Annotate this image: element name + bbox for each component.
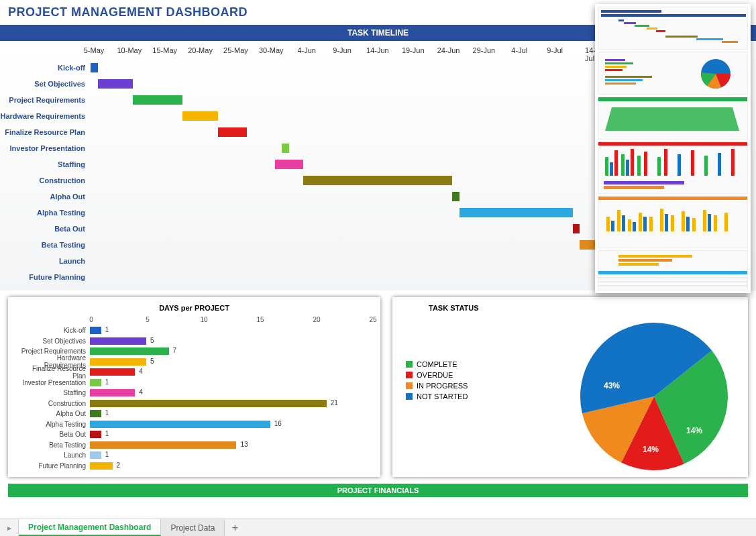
- svg-rect-24: [621, 154, 625, 176]
- svg-rect-0: [601, 10, 661, 13]
- gantt-task-label: Beta Testing: [0, 241, 91, 249]
- svg-rect-37: [604, 186, 664, 189]
- svg-rect-39: [606, 217, 610, 231]
- days-bar: 4: [90, 368, 135, 376]
- gantt-task-label: Kick-off: [0, 64, 91, 72]
- svg-rect-33: [704, 156, 708, 176]
- svg-rect-30: [664, 149, 667, 176]
- thumbnail[interactable]: [598, 142, 748, 194]
- gantt-task-label: Finalize Resource Plan: [0, 128, 91, 136]
- gantt-bar: [91, 63, 98, 72]
- svg-rect-59: [618, 259, 672, 262]
- gantt-task-label: Alpha Testing: [0, 209, 91, 217]
- thumbnail[interactable]: [598, 52, 748, 95]
- svg-rect-56: [686, 217, 690, 231]
- days-value: 1: [105, 409, 109, 417]
- tab-dashboard[interactable]: Project Management Dashboard: [19, 519, 161, 536]
- days-value: 13: [240, 441, 248, 448]
- thumbnail[interactable]: [598, 97, 748, 140]
- days-label: Staffing: [17, 389, 90, 396]
- days-row: Launch1: [17, 450, 371, 461]
- svg-rect-38: [598, 197, 747, 200]
- gantt-bar: [133, 95, 182, 105]
- svg-rect-50: [724, 213, 728, 231]
- days-value: 4: [139, 368, 143, 375]
- preview-thumbnail-panel[interactable]: [595, 4, 751, 293]
- days-value: 5: [150, 337, 154, 344]
- gantt-task-label: Project Requirements: [0, 96, 91, 104]
- gantt-task-label: Alpha Out: [0, 193, 91, 201]
- svg-rect-40: [617, 210, 620, 231]
- days-value: 7: [173, 347, 177, 354]
- days-rows: Kick-off1Set Objectives5Project Requirem…: [17, 325, 371, 471]
- days-value: 5: [150, 358, 154, 365]
- gantt-bar: [303, 176, 452, 185]
- svg-rect-12: [605, 66, 627, 68]
- days-value: 21: [331, 399, 338, 407]
- svg-rect-1: [601, 14, 746, 17]
- gantt-x-axis: 5-May10-May15-May20-May25-May30-May4-Jun…: [94, 46, 590, 60]
- gantt-bar: [182, 111, 218, 121]
- svg-rect-46: [682, 211, 685, 231]
- svg-rect-10: [605, 59, 625, 61]
- svg-rect-60: [618, 263, 659, 266]
- days-row: Investor Presentation1: [17, 378, 371, 388]
- thumbnail[interactable]: [598, 7, 748, 50]
- days-label: Alpha Testing: [17, 421, 90, 428]
- gantt-task-label: Construction: [0, 176, 91, 184]
- tab-scroll-icon[interactable]: ▸: [0, 519, 19, 536]
- tab-project-data[interactable]: Project Data: [161, 519, 225, 536]
- add-sheet-button[interactable]: +: [225, 519, 245, 536]
- svg-rect-27: [637, 156, 641, 176]
- thumbnail[interactable]: [598, 196, 748, 248]
- days-value: 1: [105, 326, 109, 333]
- days-per-project-card: DAYS per PROJECT 0510152025 Kick-off1Set…: [8, 297, 380, 477]
- svg-rect-31: [678, 154, 681, 176]
- days-label: Beta Out: [17, 431, 90, 438]
- svg-rect-22: [610, 162, 613, 176]
- days-bar: 1: [90, 451, 101, 459]
- svg-rect-45: [671, 215, 674, 231]
- days-value: 4: [139, 388, 143, 396]
- days-row: Staffing4: [17, 388, 371, 398]
- gantt-bar: [98, 79, 133, 89]
- svg-rect-57: [708, 214, 711, 231]
- svg-rect-15: [605, 79, 643, 81]
- svg-rect-26: [631, 149, 634, 176]
- gantt-bar: [452, 192, 460, 201]
- svg-rect-7: [665, 36, 698, 38]
- financials-header: PROJECT FINANCIALS: [8, 484, 748, 497]
- svg-rect-58: [618, 255, 692, 258]
- gantt-task-label: Beta Out: [0, 225, 91, 233]
- days-row: Alpha Testing16: [17, 419, 371, 430]
- svg-rect-61: [598, 271, 747, 274]
- gantt-task-label: Set Objectives: [0, 80, 91, 88]
- svg-rect-44: [660, 209, 663, 231]
- thumbnail[interactable]: [598, 250, 748, 290]
- svg-rect-48: [703, 210, 706, 231]
- svg-rect-55: [665, 214, 668, 231]
- svg-rect-4: [635, 25, 649, 27]
- svg-rect-41: [628, 219, 631, 231]
- svg-rect-35: [731, 149, 735, 176]
- svg-rect-9: [722, 41, 738, 43]
- svg-rect-51: [611, 221, 614, 231]
- gantt-task-label: Staffing: [0, 160, 91, 168]
- gantt-bar: [460, 208, 573, 217]
- gantt-bar: [573, 224, 580, 233]
- days-label: Launch: [17, 451, 90, 459]
- svg-rect-43: [649, 217, 653, 231]
- svg-rect-49: [714, 215, 717, 231]
- days-row: Construction21: [17, 398, 371, 409]
- days-row: Beta Out1: [17, 429, 371, 440]
- svg-rect-29: [657, 157, 661, 176]
- svg-marker-19: [605, 107, 739, 131]
- days-row: Alpha Out1: [17, 409, 371, 419]
- days-bar: 5: [90, 358, 146, 366]
- days-row: Finalize Resource Plan4: [17, 367, 371, 378]
- pie-chart: 43% 14% 14%: [553, 317, 755, 481]
- days-label: Kick-off: [17, 327, 90, 334]
- svg-rect-18: [598, 97, 747, 101]
- svg-rect-16: [605, 83, 636, 85]
- legend-notstarted: NOT STARTED: [417, 392, 468, 400]
